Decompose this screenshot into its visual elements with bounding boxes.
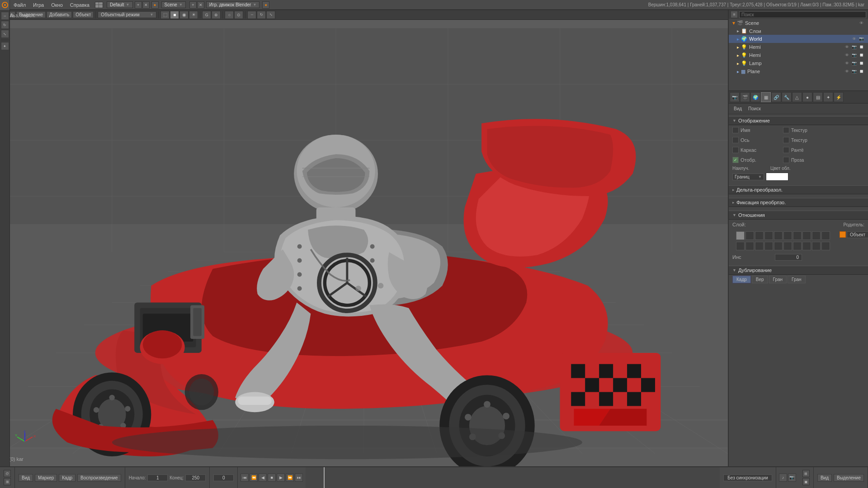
playback-menu-btn[interactable]: Воспроизведение [77,474,121,482]
frame-menu-btn[interactable]: Кадр [59,474,75,482]
shading-rendered-btn[interactable]: ☀ [189,11,198,19]
lamp-eye[interactable]: 👁 [844,60,850,66]
layer-15[interactable] [774,242,783,250]
layer-12[interactable] [745,242,754,250]
screen-selector[interactable]: Default ▼ [107,1,133,8]
dup-tab-face1[interactable]: Гран [769,276,787,283]
outliner-item-lamp[interactable]: ▸ 💡 Lamp 👁 📷 🔲 [729,59,868,67]
data-tab[interactable]: △ [792,92,802,102]
color-swatch[interactable] [766,173,788,181]
audio-btn[interactable]: ♪ [779,474,787,482]
layer-6[interactable] [783,231,792,240]
parent-color-dot[interactable] [840,231,846,238]
bounds-dropdown[interactable]: Границ [732,174,764,180]
wire-checkbox[interactable] [732,147,739,153]
outliner-item-world[interactable]: ▸ 🌍 World 👁 📷 [729,35,868,43]
layer-1[interactable] [736,231,745,240]
layer-18[interactable] [802,242,811,250]
outliner-item-hemi1[interactable]: ▸ 💡 Hemi 👁 📷 🔲 [729,43,868,51]
manip-scale-btn[interactable]: ⤡ [266,11,275,19]
dup-tab-face2[interactable]: Гран [788,276,806,283]
view2-btn[interactable]: Вид [817,474,832,482]
screen-remove-btn[interactable]: ✕ [142,1,150,9]
layer-20[interactable] [821,242,830,250]
jump-end-btn[interactable]: ⏭ [295,474,303,482]
proza-checkbox[interactable] [783,157,789,163]
texture2-checkbox[interactable] [783,137,789,143]
bottom-right-icon1[interactable]: ⊞ [802,470,810,477]
material-tab[interactable]: ● [802,92,812,102]
menu-file[interactable]: Файл [10,0,29,9]
physics-tab[interactable]: ⚡ [834,92,844,102]
start-frame-field[interactable] [147,474,168,481]
manip-rotate-btn[interactable]: ↻ [257,11,266,19]
layer-17[interactable] [793,242,802,250]
eye-icon[interactable]: 👁 [858,20,864,26]
main-viewport[interactable]: Вид Выделение Добавить Объект Объектный … [0,10,728,466]
view-menu-btn[interactable]: Вид [19,474,33,482]
lamp-cam[interactable]: 📷 [851,60,857,66]
render-tab[interactable]: 📷 [730,92,740,102]
menu-help[interactable]: Справка [66,0,93,9]
prop-view-btn[interactable]: Вид [731,105,745,113]
play-reverse-btn[interactable]: ◀ [259,474,267,482]
parent-object-field[interactable]: Объект [847,231,868,238]
scene-selector[interactable]: Scene ▼ [161,1,186,8]
render-btn[interactable]: ● [262,1,269,9]
world-render-icon[interactable]: 📷 [858,36,864,42]
layer-8[interactable] [802,231,811,240]
next-keyframe-btn[interactable]: ⏩ [286,474,294,482]
object-mode-dropdown[interactable]: Объектный режим [98,11,156,18]
viewport-type-icon[interactable]: ⊞ [4,478,11,485]
outliner-item-layers[interactable]: ▸ 📋 Слои [729,27,868,35]
dup-header[interactable]: ▼ Дублирование [729,266,868,275]
layer-2[interactable] [745,231,754,240]
layer-4[interactable] [764,231,773,240]
layer-13[interactable] [755,242,764,250]
world-eye-icon[interactable]: 👁 [851,36,857,42]
particle-tab[interactable]: ✦ [823,92,833,102]
dup-tab-frame[interactable]: Кадр [732,276,751,283]
outliner-item-plane[interactable]: ▸ ▦ Plane 👁 📷 🔲 [729,67,868,75]
dup-tab-vert[interactable]: Вер [752,276,768,283]
scene-remove-btn[interactable]: ✕ [197,1,204,9]
axis-checkbox[interactable] [732,137,739,143]
end-frame-field[interactable] [185,474,206,481]
plane-eye[interactable]: 👁 [844,68,850,75]
object-prop-tab[interactable]: ▦ [761,92,771,102]
menu-window[interactable]: Окно [47,0,66,9]
shading-wireframe-btn[interactable]: ⬚ [160,11,170,19]
plane-cam[interactable]: 📷 [851,68,857,75]
pivot-btn[interactable]: ⊕ [212,11,221,19]
delta-header[interactable]: ▸ Дельта-преобразол. [729,185,868,194]
layer-3[interactable] [755,231,764,240]
manip-translate-btn[interactable]: ↔ [247,11,256,19]
stop-btn[interactable]: ■ [268,474,276,482]
shading-material-btn[interactable]: ◉ [179,11,189,19]
timeline-editor-icon[interactable]: ⏱ [4,470,11,477]
bottom-right-icon2[interactable]: ▣ [802,478,810,485]
marker-menu-btn[interactable]: Маркер [35,474,57,482]
constraint-tab[interactable]: 🔗 [771,92,781,102]
layer-11[interactable] [736,242,745,250]
outliner-item-scene[interactable]: ▾ 🎬 Scene 👁 [729,19,868,27]
lamp-ren[interactable]: 🔲 [858,60,864,66]
snap-btn[interactable]: ⊙ [234,11,243,19]
layer-5[interactable] [774,231,783,240]
layout-icon[interactable] [95,2,103,8]
rotate-tool[interactable]: ↻ [1,21,9,29]
translate-tool[interactable]: ↔ [1,12,9,20]
timeline-scrubber[interactable] [306,467,720,488]
menu-game[interactable]: Игра [29,0,47,9]
shadow-checkbox[interactable] [732,157,739,163]
layer-16[interactable] [783,242,792,250]
vp-object-btn[interactable]: Объект [73,11,94,18]
relations-header[interactable]: ▼ Отношения [729,211,868,220]
screen-add-btn[interactable]: + [135,1,142,9]
scene-add-btn[interactable]: + [189,1,197,9]
layer-14[interactable] [764,242,773,250]
shading-solid-btn[interactable]: ■ [170,11,179,19]
texture-tab[interactable]: ▤ [813,92,823,102]
select2-btn[interactable]: Выделение [834,474,864,482]
texture-checkbox[interactable] [783,127,789,133]
